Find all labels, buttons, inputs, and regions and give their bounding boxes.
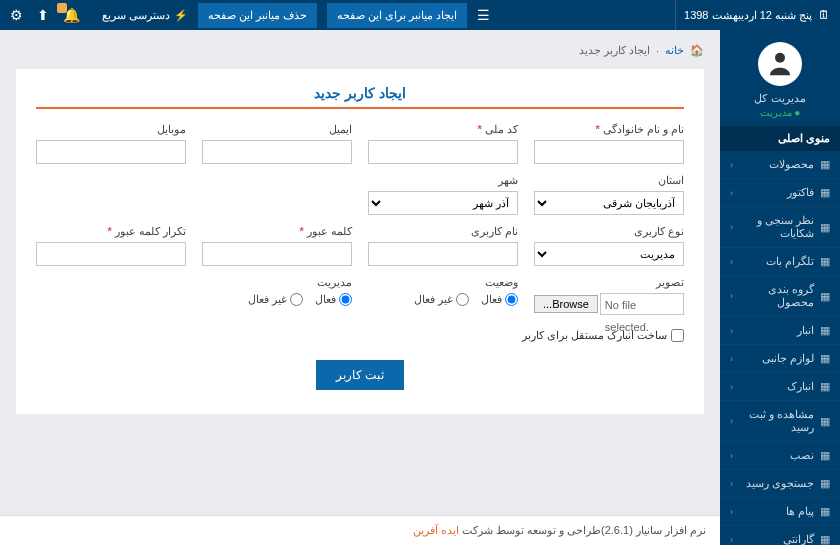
sidebar-item-8[interactable]: ▦مشاهده و ثبت رسید‹ [720, 401, 840, 442]
sidebar-item-3[interactable]: ▦تلگرام بات‹ [720, 248, 840, 276]
home-icon: 🏠 [690, 44, 704, 57]
sidebar-item-label: پیام ها [786, 505, 814, 518]
chevron-left-icon: ‹ [730, 507, 733, 517]
share-icon[interactable]: ⚙ [10, 7, 23, 23]
chevron-left-icon: ‹ [730, 188, 733, 198]
sidebar-item-label: گروه بندی محصول [733, 283, 814, 309]
grid-icon: ▦ [820, 505, 830, 518]
footer-text: نرم افزار سانیار (2.6.1)طراحی و توسعه تو… [459, 524, 706, 536]
fullname-label: نام و نام خانوادگی [534, 123, 684, 136]
sidebar-item-11[interactable]: ▦پیام ها‹ [720, 498, 840, 526]
sidebar-item-label: نظر سنجی و شکایات [733, 214, 814, 240]
mgmt-active-radio[interactable]: فعال [315, 293, 352, 306]
topbar-date: پنج شنبه 12 اردیبهشت 1398 [684, 9, 812, 22]
footer: نرم افزار سانیار (2.6.1)طراحی و توسعه تو… [0, 515, 720, 545]
sidebar-item-label: محصولات [769, 158, 814, 171]
email-label: ایمیل [202, 123, 352, 136]
mobile-label: موبایل [36, 123, 186, 136]
remove-shortcut-button[interactable]: حذف میانبر این صفحه [198, 3, 317, 28]
chevron-left-icon: ‹ [730, 451, 733, 461]
national-code-label: کد ملی [368, 123, 518, 136]
province-select[interactable]: آذربایجان شرقی [534, 191, 684, 215]
mobile-input[interactable] [36, 140, 186, 164]
submit-button[interactable]: ثبت کاربر [316, 360, 404, 390]
sidebar-item-12[interactable]: ▦گارانتی‹ [720, 526, 840, 545]
chevron-left-icon: ‹ [730, 160, 733, 170]
status-inactive-radio[interactable]: غیر فعال [414, 293, 469, 306]
quick-access-link[interactable]: ⚡ دسترسی سریع [102, 9, 188, 22]
breadcrumb-current: ایجاد کاربر جدید [579, 44, 650, 57]
image-label: تصویر [534, 276, 684, 289]
sidebar-item-1[interactable]: ▦فاکتور‹ [720, 179, 840, 207]
province-label: استان [534, 174, 684, 187]
notification-badge [57, 3, 67, 13]
grid-icon: ▦ [820, 415, 830, 428]
title-divider [36, 107, 684, 109]
sidebar-item-10[interactable]: ▦جستجوی رسید‹ [720, 470, 840, 498]
grid-icon: ▦ [820, 186, 830, 199]
sidebar-item-label: مشاهده و ثبت رسید [733, 408, 814, 434]
menu-header: منوی اصلی [720, 126, 840, 151]
mgmt-inactive-radio[interactable]: غیر فعال [248, 293, 303, 306]
form-card: ایجاد کاربر جدید نام و نام خانوادگی کد م… [16, 69, 704, 414]
footer-brand: ایده آفرین [413, 524, 459, 536]
grid-icon: ▦ [820, 449, 830, 462]
hamburger-icon[interactable]: ☰ [477, 7, 490, 23]
top-icons: 🔔 ⬆ ⚙ [10, 7, 80, 23]
page-title: ایجاد کاربر جدید [36, 85, 684, 107]
username-input[interactable] [368, 242, 518, 266]
upload-icon[interactable]: ⬆ [37, 7, 49, 23]
city-select[interactable]: آذر شهر [368, 191, 518, 215]
sidebar-item-9[interactable]: ▦نصب‹ [720, 442, 840, 470]
user-type-select[interactable]: مدیریت [534, 242, 684, 266]
grid-icon: ▦ [820, 477, 830, 490]
topbar: 🗓 پنج شنبه 12 اردیبهشت 1398 ☰ ایجاد میان… [0, 0, 840, 30]
password-repeat-input[interactable] [36, 242, 186, 266]
create-shortcut-button[interactable]: ایجاد میانبر برای این صفحه [327, 3, 467, 28]
password-input[interactable] [202, 242, 352, 266]
grid-icon: ▦ [820, 290, 830, 303]
sidebar-item-label: تلگرام بات [766, 255, 814, 268]
chevron-left-icon: ‹ [730, 291, 733, 301]
grid-icon: ▦ [820, 158, 830, 171]
breadcrumb-home[interactable]: خانه [665, 44, 684, 57]
lightning-icon: ⚡ [174, 9, 188, 22]
chevron-left-icon: ‹ [730, 326, 733, 336]
bell-icon[interactable]: 🔔 [63, 7, 80, 23]
svg-point-0 [775, 53, 785, 63]
chevron-left-icon: ‹ [730, 257, 733, 267]
own-warehouse-label: ساخت انبارک مستقل برای کاربر [522, 329, 667, 342]
sidebar-item-5[interactable]: ▦انبار‹ [720, 317, 840, 345]
sidebar-item-label: گارانتی [783, 533, 814, 545]
national-code-input[interactable] [368, 140, 518, 164]
sidebar: مدیریت کل ● مدیریت منوی اصلی ▦محصولات‹▦ف… [720, 30, 840, 545]
fullname-input[interactable] [534, 140, 684, 164]
sidebar-item-label: انبار [797, 324, 814, 337]
sidebar-item-label: فاکتور [787, 186, 814, 199]
user-type-label: نوع کاربری [534, 225, 684, 238]
sidebar-item-label: نصب [790, 449, 814, 462]
status-label: وضعیت [368, 276, 518, 289]
email-input[interactable] [202, 140, 352, 164]
sidebar-item-2[interactable]: ▦نظر سنجی و شکایات‹ [720, 207, 840, 248]
own-warehouse-checkbox[interactable] [671, 329, 684, 342]
sidebar-item-0[interactable]: ▦محصولات‹ [720, 151, 840, 179]
status-active-radio[interactable]: فعال [481, 293, 518, 306]
admin-status: ● مدیریت [720, 107, 840, 118]
sidebar-item-6[interactable]: ▦لوازم جانبی‹ [720, 345, 840, 373]
sidebar-item-7[interactable]: ▦انبارک‹ [720, 373, 840, 401]
chevron-left-icon: ‹ [730, 354, 733, 364]
grid-icon: ▦ [820, 352, 830, 365]
avatar[interactable] [758, 42, 802, 86]
sidebar-item-4[interactable]: ▦گروه بندی محصول‹ [720, 276, 840, 317]
user-icon [765, 49, 795, 79]
password-repeat-label: تکرار کلمه عبور [36, 225, 186, 238]
chevron-left-icon: ‹ [730, 222, 733, 232]
username-label: نام کاربری [368, 225, 518, 238]
admin-title: مدیریت کل [720, 92, 840, 105]
grid-icon: ▦ [820, 324, 830, 337]
calendar-icon: 🗓 [818, 8, 830, 22]
browse-button[interactable]: ...Browse [534, 295, 598, 313]
sidebar-item-label: لوازم جانبی [762, 352, 814, 365]
main: 🏠 خانه · ایجاد کاربر جدید ایجاد کاربر جد… [0, 30, 720, 545]
